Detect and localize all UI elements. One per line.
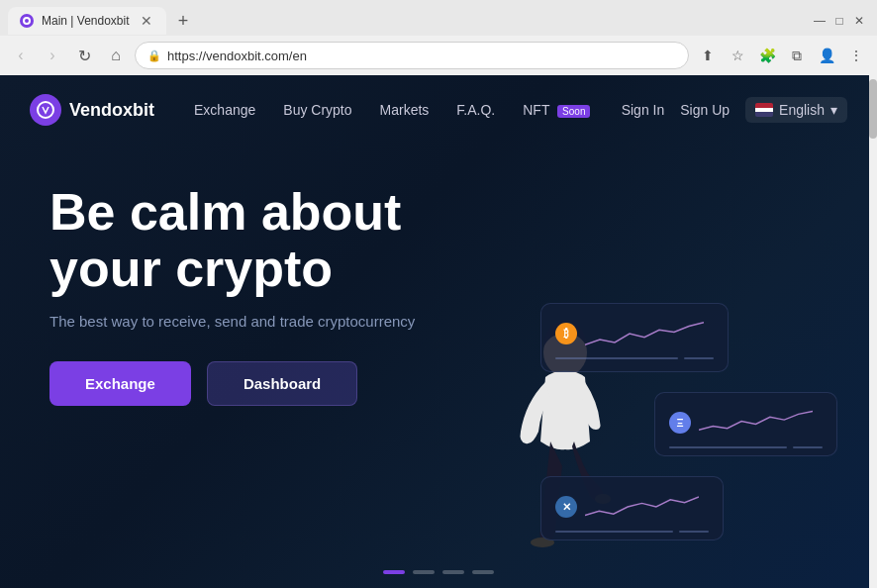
language-label: English xyxy=(779,102,825,118)
refresh-button[interactable]: ↻ xyxy=(71,43,97,68)
site-logo[interactable]: Vendoxbit xyxy=(30,94,154,126)
split-view-icon[interactable]: ⧉ xyxy=(784,43,810,68)
hero-title: Be calm about your crypto xyxy=(49,184,465,297)
url-bar[interactable]: 🔒 https://vendoxbit.com/en xyxy=(135,42,689,69)
btc-card: ₿ xyxy=(540,303,729,372)
xrp-chart xyxy=(585,487,699,527)
nav-link-buy-crypto[interactable]: Buy Crypto xyxy=(283,102,351,118)
new-tab-button[interactable]: + xyxy=(170,8,196,34)
hero-illustration: ₿ Ξ xyxy=(461,283,837,588)
hero-title-line1: Be calm about xyxy=(49,183,401,241)
nav-right: Sign In Sign Up English ▾ xyxy=(622,97,847,123)
extensions-icon[interactable]: 🧩 xyxy=(754,43,780,68)
btc-icon: ₿ xyxy=(555,323,577,344)
site-navbar: Vendoxbit Exchange Buy Crypto Markets F.… xyxy=(0,75,877,145)
url-text: https://vendoxbit.com/en xyxy=(167,49,307,63)
hero-subtitle: The best way to receive, send and trade … xyxy=(49,313,465,330)
nft-soon-badge: Soon xyxy=(557,105,590,118)
pagination-dot-1[interactable] xyxy=(383,570,405,574)
share-icon[interactable]: ⬆ xyxy=(695,43,721,68)
btc-chart xyxy=(585,314,704,353)
active-tab[interactable]: Main | Vendoxbit ✕ xyxy=(8,7,166,35)
profile-icon[interactable]: 👤 xyxy=(814,43,839,68)
window-minimize-icon[interactable]: — xyxy=(814,15,826,27)
back-button[interactable]: ‹ xyxy=(8,43,34,68)
window-close-icon[interactable]: ✕ xyxy=(853,15,865,27)
chevron-down-icon: ▾ xyxy=(830,102,837,118)
menu-icon[interactable]: ⋮ xyxy=(843,43,869,68)
tab-bar: Main | Vendoxbit ✕ + — □ ✕ xyxy=(0,0,877,36)
language-selector[interactable]: English ▾ xyxy=(745,97,847,123)
address-bar: ‹ › ↻ ⌂ 🔒 https://vendoxbit.com/en ⬆ ☆ 🧩… xyxy=(0,36,877,75)
forward-button[interactable]: › xyxy=(40,43,65,68)
hero-buttons: Exchange Dashboard xyxy=(49,361,465,406)
lock-icon: 🔒 xyxy=(147,49,161,62)
pagination-dot-4[interactable] xyxy=(472,570,494,574)
pagination-dot-3[interactable] xyxy=(442,570,464,574)
bookmark-icon[interactable]: ☆ xyxy=(725,43,750,68)
tab-close-button[interactable]: ✕ xyxy=(139,13,154,29)
eth-card: Ξ xyxy=(654,392,837,456)
hero-title-line2: your crypto xyxy=(49,240,333,297)
home-button[interactable]: ⌂ xyxy=(103,43,129,68)
hero-pagination xyxy=(383,570,494,574)
nft-label: NFT xyxy=(523,102,549,118)
hero-text: Be calm about your crypto The best way t… xyxy=(49,184,465,406)
browser-chrome: Main | Vendoxbit ✕ + — □ ✕ ‹ › ↻ ⌂ 🔒 htt… xyxy=(0,0,877,75)
nav-link-nft[interactable]: NFT Soon xyxy=(523,102,590,118)
scrollbar[interactable] xyxy=(869,75,877,588)
nav-links: Exchange Buy Crypto Markets F.A.Q. NFT S… xyxy=(194,102,590,118)
svg-point-0 xyxy=(38,102,53,118)
logo-icon xyxy=(30,94,61,126)
nav-link-markets[interactable]: Markets xyxy=(380,102,430,118)
toolbar-icons: ⬆ ☆ 🧩 ⧉ 👤 ⋮ xyxy=(695,43,869,68)
tab-title: Main | Vendoxbit xyxy=(42,14,131,28)
tab-favicon xyxy=(20,14,34,28)
nav-link-exchange[interactable]: Exchange xyxy=(194,102,255,118)
eth-icon: Ξ xyxy=(669,412,691,434)
language-flag-icon xyxy=(755,103,773,117)
xrp-icon: ✕ xyxy=(555,496,577,518)
xrp-card: ✕ xyxy=(540,476,724,540)
hero-section: Be calm about your crypto The best way t… xyxy=(0,145,877,426)
eth-chart xyxy=(699,403,813,442)
website-content: Vendoxbit Exchange Buy Crypto Markets F.… xyxy=(0,75,877,588)
sign-in-button[interactable]: Sign In xyxy=(622,102,665,118)
sign-up-button[interactable]: Sign Up xyxy=(680,102,730,118)
dashboard-button[interactable]: Dashboard xyxy=(207,361,357,406)
favicon-inner xyxy=(23,17,31,25)
pagination-dot-2[interactable] xyxy=(413,570,435,574)
nav-link-faq[interactable]: F.A.Q. xyxy=(456,102,495,118)
logo-svg xyxy=(36,100,55,120)
exchange-button[interactable]: Exchange xyxy=(49,361,191,406)
window-maximize-icon[interactable]: □ xyxy=(833,15,845,27)
window-controls: — □ ✕ xyxy=(814,15,869,27)
logo-text: Vendoxbit xyxy=(69,100,154,121)
